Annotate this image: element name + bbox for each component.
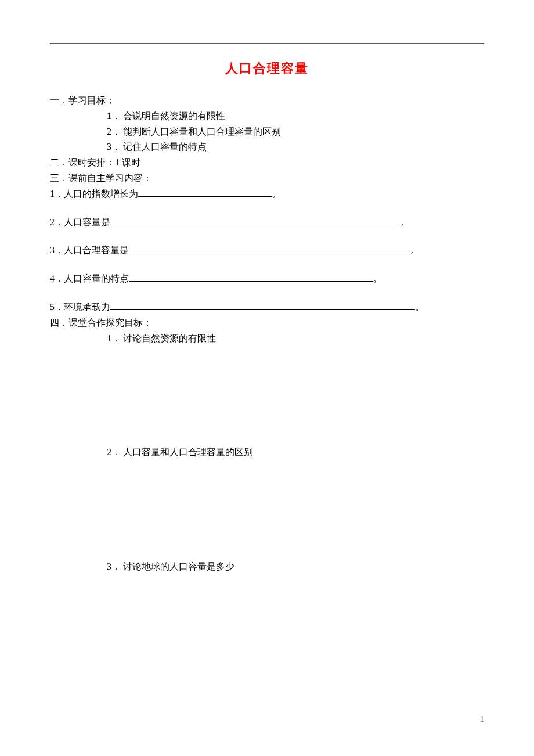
list-text: 会说明自然资源的有限性 xyxy=(123,111,225,121)
section3-heading: 三．课前自主学习内容： xyxy=(50,171,484,186)
spacer xyxy=(50,259,484,272)
list-number: 3． xyxy=(107,561,121,571)
section2-heading: 二．课时安排：1 课时 xyxy=(50,156,484,170)
fill-blank[interactable] xyxy=(129,244,410,253)
spacer xyxy=(50,203,484,215)
fill-blank[interactable] xyxy=(110,216,400,225)
section1-heading: 一．学习目标； xyxy=(50,93,484,108)
spacer xyxy=(50,461,484,560)
section4-heading: 四．课堂合作探究目标： xyxy=(50,316,484,330)
fill-blank[interactable] xyxy=(138,188,272,197)
section1-item: 2． 能判断人口容量和人口合理容量的区别 xyxy=(50,125,484,139)
list-number: 3． xyxy=(107,142,121,152)
question-text: 1．人口的指数增长为 xyxy=(50,189,138,199)
spacer xyxy=(50,231,484,243)
list-number: 1． xyxy=(107,333,121,343)
document-title: 人口合理容量 xyxy=(50,60,484,77)
list-number: 2． xyxy=(107,127,121,136)
question-3: 3．人口合理容量是。 xyxy=(50,243,484,258)
section1-item: 1． 会说明自然资源的有限性 xyxy=(50,109,484,124)
question-text: 2．人口容量是 xyxy=(50,217,110,227)
section4-item: 1． 讨论自然资源的有限性 xyxy=(50,332,484,346)
list-text: 讨论自然资源的有限性 xyxy=(123,333,216,343)
question-text: 5．环境承载力 xyxy=(50,302,110,312)
section4-item: 3． 讨论地球的人口容量是多少 xyxy=(50,560,484,574)
list-text: 记住人口容量的特点 xyxy=(123,142,207,152)
question-5: 5．环境承载力。 xyxy=(50,300,484,315)
top-rule xyxy=(50,43,484,44)
period: 。 xyxy=(410,245,420,255)
question-2: 2．人口容量是。 xyxy=(50,215,484,230)
section4-item: 2． 人口容量和人口合理容量的区别 xyxy=(50,445,484,460)
fill-blank[interactable] xyxy=(129,272,373,282)
spacer xyxy=(50,347,484,445)
question-text: 4．人口容量的特点 xyxy=(50,273,129,283)
question-text: 3．人口合理容量是 xyxy=(50,245,129,255)
list-number: 2． xyxy=(107,447,121,457)
fill-blank[interactable] xyxy=(110,301,415,310)
period: 。 xyxy=(272,189,281,199)
period: 。 xyxy=(373,273,382,283)
page-number: 1 xyxy=(480,715,484,724)
section1-item: 3． 记住人口容量的特点 xyxy=(50,140,484,154)
question-1: 1．人口的指数增长为。 xyxy=(50,187,484,201)
list-text: 人口容量和人口合理容量的区别 xyxy=(123,447,253,457)
list-text: 能判断人口容量和人口合理容量的区别 xyxy=(123,127,281,136)
list-text: 讨论地球的人口容量是多少 xyxy=(123,561,234,571)
spacer xyxy=(50,287,484,300)
list-number: 1． xyxy=(107,111,121,121)
document-page: 人口合理容量 一．学习目标； 1． 会说明自然资源的有限性 2． 能判断人口容量… xyxy=(0,0,534,574)
question-4: 4．人口容量的特点。 xyxy=(50,272,484,286)
period: 。 xyxy=(400,217,410,227)
period: 。 xyxy=(415,302,424,312)
